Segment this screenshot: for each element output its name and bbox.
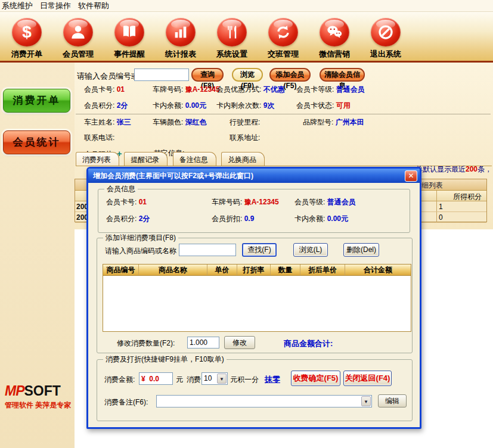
member-card-no: 会员卡号: 01	[84, 85, 125, 95]
col-product-code: 商品编号	[103, 265, 139, 275]
consume-note-combo[interactable]: ▼	[156, 395, 372, 407]
dlg-points: 会员积分: 2分	[106, 214, 150, 224]
member-times-left: 卡内剩余次数: 9次	[216, 101, 274, 111]
logo-mp: MP	[5, 383, 24, 399]
delete-item-button[interactable]: 删除(Del)	[343, 243, 379, 257]
toolbar-reports-button[interactable]: 统计报表	[155, 12, 206, 60]
points-rate-value: 10	[204, 374, 212, 382]
dialog-title-bar[interactable]: 增加会员消费(主界面中可以按F2或+号弹出此窗口) ✕	[88, 169, 420, 183]
reminder-book-icon	[114, 18, 144, 46]
amount-label: 消费金额:	[104, 375, 135, 385]
col-product-name: 商品名称	[139, 265, 207, 275]
round-off-link[interactable]: 抹零	[265, 374, 280, 385]
goods-total-label: 商品金额合计:	[284, 338, 333, 349]
member-address: 联系地址:	[230, 133, 260, 143]
col-discount-rate: 打折率	[237, 265, 271, 275]
note-label: 消费备注(F6):	[104, 397, 148, 407]
points-prefix-label: 消费	[187, 375, 201, 385]
col-quantity: 数量	[271, 265, 300, 275]
dlg-discount: 会员折扣: 0.9	[212, 214, 254, 224]
tab-remarks[interactable]: 备注信息	[173, 152, 216, 166]
toolbar-members-button[interactable]: 会员管理	[52, 12, 104, 60]
toolbar: $ 消费开单 会员管理 事件提醒 统计报表 系统设置	[0, 12, 493, 63]
app-window: 系统维护 日常操作 软件帮助 $ 消费开单 会员管理 事件提醒 统计报表	[0, 0, 493, 448]
toolbar-label: 事件提醒	[114, 49, 145, 60]
records-bar-text: 细列表	[421, 181, 443, 191]
member-icon	[63, 18, 93, 46]
toolbar-settings-button[interactable]: 系统设置	[206, 12, 258, 60]
toolbar-reminder-button[interactable]: 事件提醒	[104, 12, 155, 60]
browse-button[interactable]: 浏览(F9)	[232, 68, 263, 82]
add-consume-dialog: 增加会员消费(主界面中可以按F2或+号弹出此窗口) ✕ 会员信息 会员卡号: 0…	[86, 167, 421, 429]
qty-label: 修改消费数量(F2):	[117, 338, 175, 349]
tab-exchange-goods[interactable]: 兑换商品	[221, 152, 265, 166]
chevron-down-icon[interactable]: ▼	[217, 374, 227, 384]
add-member-button[interactable]: 添加会员(F5)	[269, 68, 311, 82]
query-button[interactable]: 查询(F8)	[191, 68, 224, 82]
records-note: 单默认显示最近200条，	[416, 164, 492, 175]
toolbar-label: 统计报表	[165, 49, 196, 60]
member-search-input[interactable]	[134, 69, 189, 81]
member-mileage: 行驶里程:	[230, 117, 260, 127]
product-search-label: 请输入商品编码或名称	[105, 246, 176, 256]
wechat-icon	[320, 18, 349, 46]
yuan-label: 元	[176, 375, 183, 385]
dialog-member-group: 会员信息	[98, 189, 410, 233]
logo-tagline: 管理软件 美萍是专家	[5, 400, 75, 410]
toolbar-label: 交班管理	[268, 49, 299, 60]
divider	[76, 114, 491, 114]
col-total-amount: 合计金额	[345, 265, 411, 275]
group-title: 会员信息	[104, 184, 138, 194]
toolbar-wechat-button[interactable]: 微信营销	[309, 12, 360, 60]
chevron-down-icon[interactable]: ▼	[361, 396, 371, 406]
edit-note-button[interactable]: 编辑	[378, 394, 407, 407]
points-rate-select[interactable]: 10 ▼	[201, 372, 228, 385]
toolbar-shift-button[interactable]: 交班管理	[258, 12, 309, 60]
product-table: 商品编号 商品名称 单价 打折率 数量 折后单价 合计金额	[103, 264, 411, 332]
utensils-icon	[217, 18, 247, 46]
menu-bar: 系统维护 日常操作 软件帮助	[0, 0, 493, 12]
close-icon[interactable]: ✕	[405, 170, 417, 182]
points-suffix-label: 元积一分	[230, 375, 259, 385]
member-discount-mode: 会员优惠方式: 不优惠	[216, 85, 285, 95]
dialog-pay-group: 消费及打折(快捷键F9挂单，F10取单)	[97, 359, 413, 421]
member-card-status: 会员卡状态: 可用	[296, 101, 351, 111]
qty-input[interactable]	[187, 337, 219, 349]
mpsoft-logo: MPSOFT 管理软件 美萍是专家	[5, 383, 75, 410]
group-title: 消费及打折(快捷键F9挂单，F10取单)	[103, 354, 227, 365]
member-points: 会员积分: 2分	[84, 101, 128, 111]
group-title: 添加详细消费项目(F8)	[103, 233, 178, 243]
sidebar-billing-button[interactable]: 消费开单	[3, 89, 70, 113]
modify-button[interactable]: 修改	[224, 336, 255, 349]
close-return-button[interactable]: 关闭返回(F4)	[343, 371, 392, 386]
browse-items-button[interactable]: 浏览(L)	[293, 243, 328, 257]
menu-help[interactable]: 软件帮助	[76, 0, 114, 13]
dlg-level: 会员等级: 普通会员	[294, 197, 356, 207]
dlg-card-no: 会员卡号: 01	[106, 197, 147, 207]
menu-daily-ops[interactable]: 日常操作	[38, 0, 76, 13]
bar-chart-icon	[166, 18, 196, 46]
logo-soft: SOFT	[24, 383, 61, 399]
find-button[interactable]: 查找(F)	[242, 243, 277, 257]
sidebar-stats-button[interactable]: 会员统计	[3, 130, 70, 154]
toolbar-label: 退出系统	[370, 49, 401, 60]
member-brand: 品牌型号: 广州本田	[303, 117, 364, 127]
points-column-header: 所得积分	[453, 192, 482, 202]
member-plate: 车牌号码: 豫A-12345	[153, 85, 220, 95]
confirm-charge-button[interactable]: 收费确定(F5)	[291, 371, 340, 386]
tab-consume-list[interactable]: 消费列表	[76, 152, 119, 166]
toolbar-label: 会员管理	[63, 49, 94, 60]
toolbar-exit-button[interactable]: 退出系统	[360, 12, 411, 60]
clear-member-button[interactable]: 清除会员信息	[320, 68, 365, 82]
tab-reminder-records[interactable]: 提醒记录	[124, 152, 168, 166]
toolbar-billing-button[interactable]: $ 消费开单	[1, 12, 52, 60]
dlg-balance: 卡内余额: 0.00元	[294, 214, 348, 224]
product-search-input[interactable]	[179, 244, 236, 256]
menu-system-maintain[interactable]: 系统维护	[0, 0, 38, 13]
member-balance: 卡内余额: 0.00元	[153, 101, 206, 111]
row-points: 0	[439, 213, 443, 222]
sidebar: 消费开单 会员统计 MPSOFT 管理软件 美萍是专家	[0, 63, 75, 448]
member-phone: 联系电话:	[84, 133, 114, 143]
col-discounted-price: 折后单价	[300, 265, 345, 275]
amount-input[interactable]	[139, 372, 173, 385]
